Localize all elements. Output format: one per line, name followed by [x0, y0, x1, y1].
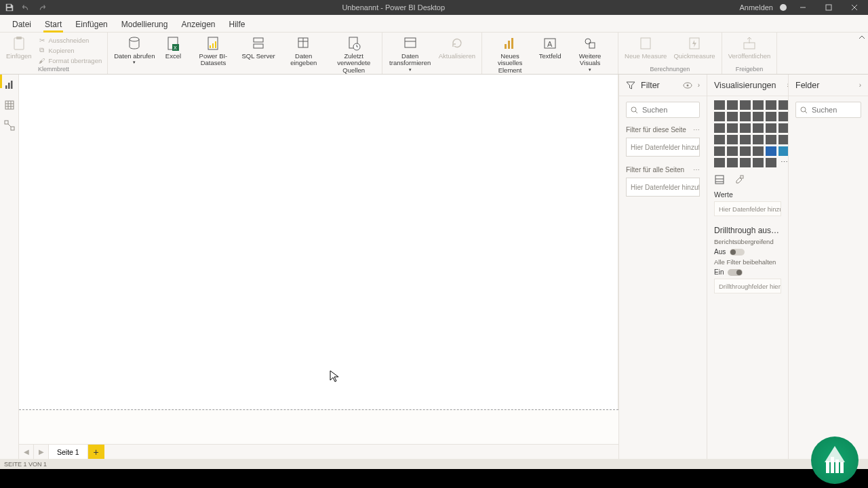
- viz-matrix[interactable]: [753, 146, 764, 156]
- redo-icon[interactable]: [37, 2, 47, 13]
- page-tab-1[interactable]: Seite 1: [49, 445, 88, 459]
- viz-line[interactable]: [714, 112, 725, 121]
- viz-clustered-bar[interactable]: [740, 100, 751, 110]
- viz-waterfall[interactable]: [714, 123, 725, 133]
- viz-arcgis[interactable]: [753, 158, 764, 167]
- svg-rect-4: [14, 38, 24, 49]
- maximize-button[interactable]: [819, 0, 838, 15]
- viz-map[interactable]: [714, 135, 725, 144]
- viz-funnel[interactable]: [727, 123, 738, 133]
- page-prev-button[interactable]: ◀: [19, 445, 34, 459]
- svg-rect-57: [840, 462, 844, 473]
- viz-stacked-bar[interactable]: [714, 100, 725, 110]
- get-data-button[interactable]: Daten abrufen▾: [112, 34, 157, 66]
- filter-page-section-label: Filter für diese Seite: [626, 126, 686, 134]
- tab-anzeigen[interactable]: Anzeigen: [174, 17, 222, 32]
- viz-clustered-column[interactable]: [753, 100, 764, 110]
- tab-modellierung[interactable]: Modellierung: [115, 17, 175, 32]
- fields-search[interactable]: [795, 102, 861, 118]
- publish-button[interactable]: Veröffentlichen: [726, 34, 773, 61]
- svg-rect-29: [589, 43, 595, 48]
- cross-report-toggle[interactable]: [730, 249, 745, 256]
- keep-filters-toggle[interactable]: [728, 269, 743, 276]
- svg-line-43: [8, 124, 11, 127]
- server-icon: [250, 35, 267, 52]
- chevron-right-icon[interactable]: ›: [698, 81, 700, 89]
- tab-start[interactable]: Start: [38, 17, 68, 32]
- new-visual-button[interactable]: Neues visuelles Element: [486, 34, 534, 75]
- viz-donut[interactable]: [766, 123, 776, 133]
- format-well-icon[interactable]: [734, 174, 745, 185]
- data-view-icon[interactable]: [3, 99, 16, 111]
- excel-button[interactable]: XExcel: [159, 34, 186, 61]
- eye-icon[interactable]: [683, 82, 692, 89]
- filter-page-dropzone[interactable]: Hier Datenfelder hinzufüg...: [626, 138, 700, 157]
- copy-icon: ⧉: [38, 46, 46, 54]
- paste-button[interactable]: Einfügen: [4, 34, 34, 61]
- viz-card[interactable]: [766, 135, 776, 144]
- svg-rect-5: [16, 37, 22, 39]
- viz-gauge[interactable]: [753, 135, 764, 144]
- viz-decomp-tree[interactable]: [727, 158, 738, 167]
- avatar-icon[interactable]: [780, 4, 787, 11]
- viz-line-stacked[interactable]: [753, 112, 764, 121]
- pbi-datasets-button[interactable]: Power BI-Datasets: [189, 34, 237, 68]
- filter-search[interactable]: [626, 102, 700, 118]
- ribbon-collapse-icon[interactable]: [856, 33, 868, 74]
- title-bar: Unbenannt - Power BI Desktop Anmelden: [0, 0, 868, 15]
- minimize-button[interactable]: [793, 0, 812, 15]
- copy-button[interactable]: ⧉Kopieren: [37, 45, 104, 55]
- fields-well-icon[interactable]: [714, 174, 725, 185]
- group-share-label: Freigeben: [726, 66, 773, 73]
- more-visuals-button[interactable]: Weitere Visuals▾: [566, 34, 614, 74]
- add-page-button[interactable]: +: [88, 445, 104, 459]
- transform-data-button[interactable]: Daten transformieren▾: [387, 34, 434, 74]
- tab-datei[interactable]: Datei: [5, 17, 38, 32]
- chevron-right-icon[interactable]: ›: [859, 81, 861, 89]
- viz-line-clustered[interactable]: [766, 112, 776, 121]
- viz-pane-title: Visualisierungen: [714, 81, 776, 90]
- refresh-button[interactable]: Aktualisieren: [437, 34, 477, 61]
- viz-table[interactable]: [740, 146, 751, 156]
- viz-filled-map[interactable]: [727, 135, 738, 144]
- filter-all-dropzone[interactable]: Hier Datenfelder hinzufüg...: [626, 178, 700, 197]
- viz-r[interactable]: [766, 146, 776, 156]
- viz-scatter[interactable]: [740, 123, 751, 133]
- signin-link[interactable]: Anmelden: [739, 3, 773, 12]
- ellipsis-icon[interactable]: ⋯: [693, 126, 700, 134]
- close-button[interactable]: [845, 0, 864, 15]
- viz-kpi[interactable]: [714, 146, 725, 156]
- report-view-icon[interactable]: [3, 79, 16, 91]
- enter-data-button[interactable]: Daten eingeben: [280, 34, 328, 68]
- fields-search-input[interactable]: [812, 106, 868, 114]
- viz-area[interactable]: [727, 112, 738, 121]
- tab-hilfe[interactable]: Hilfe: [222, 17, 252, 32]
- page-next-button[interactable]: ▶: [34, 445, 49, 459]
- text-box-button[interactable]: ATextfeld: [536, 34, 564, 61]
- recent-sources-button[interactable]: Zuletzt verwendete Quellen▾: [330, 34, 378, 81]
- values-dropzone[interactable]: Hier Datenfelder hinzufügen: [714, 201, 781, 216]
- quick-measure-button[interactable]: Quickmeasure: [671, 34, 717, 61]
- new-measure-button[interactable]: Neue Measure: [623, 34, 669, 61]
- save-icon[interactable]: [4, 2, 15, 13]
- viz-stacked-column[interactable]: [727, 100, 738, 110]
- sql-server-button[interactable]: SQL Server: [239, 34, 277, 61]
- model-view-icon[interactable]: [3, 119, 16, 131]
- viz-pie[interactable]: [753, 123, 764, 133]
- viz-key-influencers[interactable]: [714, 158, 725, 167]
- viz-qa[interactable]: [740, 158, 751, 167]
- cut-button[interactable]: ✂Ausschneiden: [37, 35, 104, 45]
- viz-shape-map[interactable]: [740, 135, 751, 144]
- format-painter-button[interactable]: 🖌Format übertragen: [37, 56, 104, 65]
- viz-stacked-area[interactable]: [740, 112, 751, 121]
- viz-powerapps[interactable]: [766, 158, 776, 167]
- undo-icon[interactable]: [20, 2, 31, 13]
- svg-rect-3: [826, 5, 831, 10]
- viz-gallery: ⋯: [707, 96, 788, 170]
- tab-einfuegen[interactable]: Einfügen: [68, 17, 114, 32]
- viz-100-bar[interactable]: [766, 100, 776, 110]
- report-canvas[interactable]: [19, 75, 618, 444]
- ellipsis-icon[interactable]: ⋯: [693, 166, 700, 174]
- viz-slicer[interactable]: [727, 146, 738, 156]
- drillthrough-dropzone[interactable]: Drillthroughfelder hier hinz...: [714, 279, 781, 293]
